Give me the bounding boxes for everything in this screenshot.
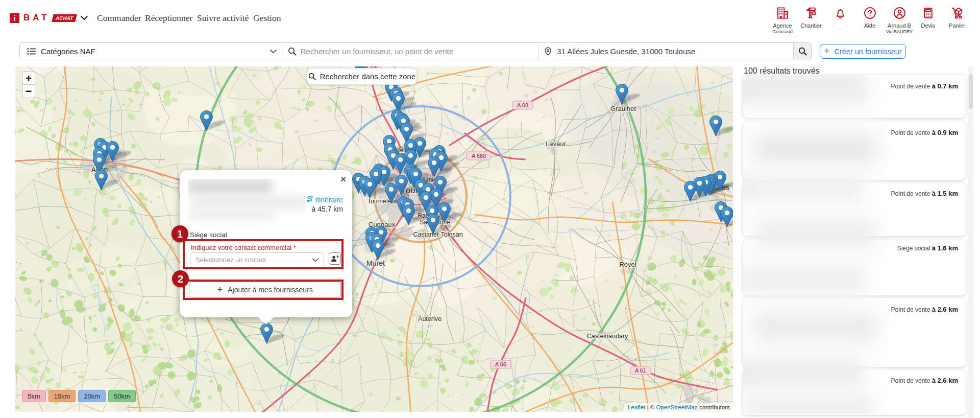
svg-text:Lavaur: Lavaur [546,140,566,148]
svg-text:Castelnaudary: Castelnaudary [587,333,628,340]
svg-text:A 68: A 68 [517,102,528,108]
svg-text:Revel: Revel [619,261,636,268]
svg-text:Muret: Muret [366,259,385,267]
svg-text:A 61: A 61 [635,367,646,374]
svg-text:A 680: A 680 [472,153,486,159]
svg-text:Auterive: Auterive [418,315,442,322]
svg-text:Graulhet: Graulhet [610,105,636,112]
svg-text:A 66: A 66 [495,361,506,367]
